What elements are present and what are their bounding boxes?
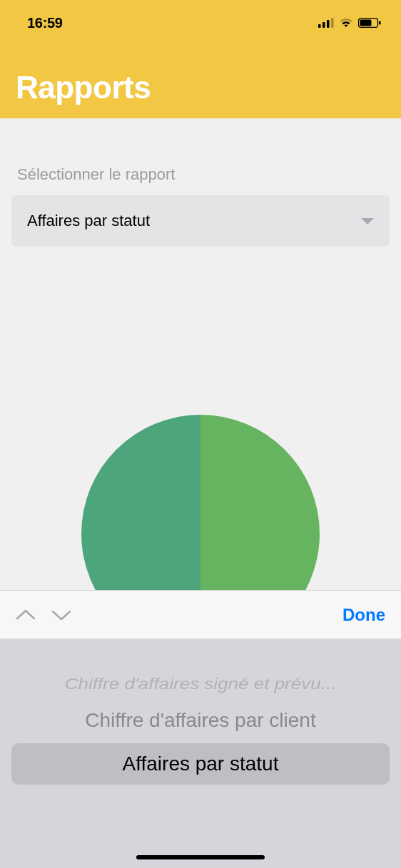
- status-bar: 16:59: [0, 0, 401, 36]
- picker-option-0[interactable]: Chiffre d'affaires signé et prévu...: [0, 668, 401, 699]
- picker-done-button[interactable]: Done: [342, 605, 385, 625]
- chevron-down-icon: [361, 218, 374, 224]
- pie-slice-b: [200, 415, 320, 597]
- chart-area: [11, 415, 390, 597]
- picker-nav-arrows: [16, 609, 71, 621]
- picker-wheel[interactable]: Chiffre d'affaires signé et prévu... Chi…: [0, 639, 401, 868]
- pie-chart: [81, 415, 320, 597]
- svg-rect-3: [331, 18, 334, 28]
- report-select-value: Affaires par statut: [27, 212, 150, 230]
- svg-rect-5: [360, 20, 372, 26]
- picker-option-1[interactable]: Chiffre d'affaires par client: [0, 702, 401, 739]
- svg-rect-6: [379, 21, 381, 25]
- cellular-icon: [318, 18, 334, 28]
- status-icons: [318, 18, 381, 28]
- picker-up-icon[interactable]: [16, 609, 36, 621]
- svg-rect-0: [318, 24, 321, 28]
- page-title: Rapports: [0, 36, 401, 105]
- select-label: Sélectionner le rapport: [11, 165, 390, 195]
- picker-container: Done Chiffre d'affaires signé et prévu..…: [0, 590, 401, 868]
- svg-rect-1: [323, 22, 325, 28]
- picker-selected-option[interactable]: Affaires par statut: [11, 743, 390, 785]
- status-time: 16:59: [27, 15, 63, 31]
- picker-down-icon[interactable]: [51, 609, 71, 621]
- svg-rect-2: [327, 20, 330, 28]
- main-content: Sélectionner le rapport Affaires par sta…: [0, 118, 401, 597]
- picker-toolbar: Done: [0, 590, 401, 639]
- picker-selected-text: Affaires par statut: [123, 753, 279, 775]
- wifi-icon: [339, 18, 353, 28]
- app-header: 16:59 Rapports: [0, 0, 401, 118]
- battery-icon: [358, 18, 381, 28]
- home-indicator[interactable]: [136, 855, 265, 859]
- pie-slice-a: [81, 415, 200, 597]
- report-select[interactable]: Affaires par statut: [11, 195, 390, 247]
